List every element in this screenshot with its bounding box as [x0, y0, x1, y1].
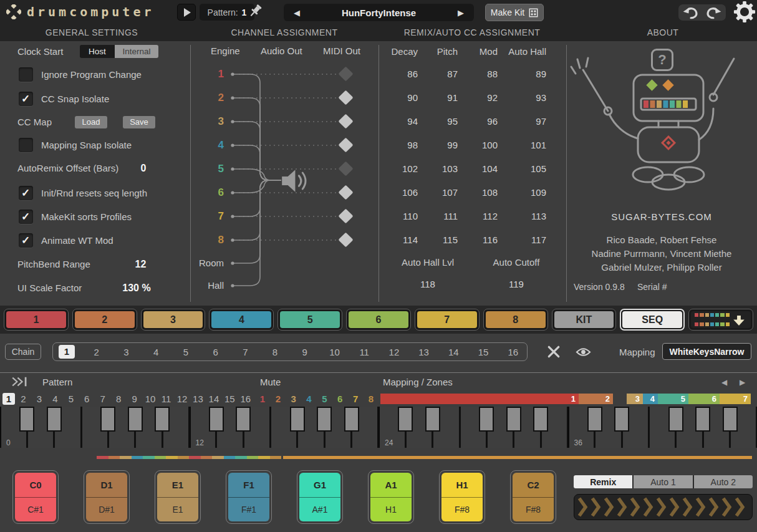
cc-value-r6-c1[interactable]: 106 — [379, 181, 418, 205]
black-key[interactable] — [19, 407, 34, 432]
chain-step-10[interactable]: 10 — [326, 347, 342, 357]
pattern-step-10[interactable]: 10 — [143, 394, 158, 404]
black-key[interactable] — [614, 407, 629, 432]
pattern-step-13[interactable]: 13 — [190, 394, 205, 404]
mute-channel-4[interactable]: 4 — [302, 394, 316, 404]
channel-pad-8[interactable]: 8 — [483, 309, 548, 331]
black-key[interactable] — [290, 407, 305, 432]
note-pad-3[interactable]: E1E1 — [155, 470, 201, 524]
auto-cutoff-value[interactable]: 119 — [473, 279, 560, 289]
pattern-step-12[interactable]: 12 — [175, 394, 190, 404]
website-link[interactable]: SUGAR-BYTES.COM — [566, 211, 757, 222]
chain-step-11[interactable]: 11 — [356, 347, 372, 357]
note-pad-2[interactable]: D1D#1 — [84, 470, 130, 524]
mode-auto-1[interactable]: Auto 1 — [634, 475, 692, 488]
pattern-step-9[interactable]: 9 — [127, 394, 142, 404]
cc-map-load-button[interactable]: Load — [75, 116, 107, 128]
zones-next-button[interactable]: ▶ — [740, 378, 745, 387]
pattern-step-5[interactable]: 5 — [64, 394, 79, 404]
make-kit-button[interactable]: Make Kit — [485, 4, 544, 21]
pattern-step-16[interactable]: 16 — [238, 394, 253, 404]
pattern-step-4[interactable]: 4 — [47, 394, 62, 404]
clock-internal-button[interactable]: Internal — [115, 45, 158, 58]
mapping-zone-4[interactable]: 4 — [643, 394, 658, 404]
pattern-selector[interactable]: Pattern: 1 — [200, 4, 254, 21]
note-pad-8[interactable]: C2F#8 — [510, 470, 556, 524]
chain-step-4[interactable]: 4 — [148, 347, 164, 357]
black-key[interactable] — [236, 407, 251, 432]
mode-auto-2[interactable]: Auto 2 — [694, 475, 753, 488]
cc-value-r5-c1[interactable]: 102 — [379, 157, 418, 181]
cc-value-r8-c3[interactable]: 116 — [458, 228, 498, 252]
cc-value-r8-c2[interactable]: 115 — [418, 228, 458, 252]
note-pad-6[interactable]: A1H1 — [368, 470, 414, 524]
pattern-step-11[interactable]: 11 — [159, 394, 174, 404]
mapping-zone-7[interactable]: 7 — [720, 394, 751, 404]
redo-icon[interactable] — [704, 6, 723, 19]
cc-value-r5-c2[interactable]: 103 — [418, 157, 458, 181]
mute-channel-6[interactable]: 6 — [333, 394, 347, 404]
chain-step-5[interactable]: 5 — [178, 347, 194, 357]
chain-step-15[interactable]: 15 — [475, 347, 491, 357]
black-key[interactable] — [317, 407, 332, 432]
pitchbend-range-value[interactable]: 12 — [123, 256, 158, 273]
cc-value-r5-c3[interactable]: 104 — [458, 157, 498, 181]
mapping-zone-2[interactable]: 2 — [579, 394, 613, 404]
pin-icon[interactable] — [248, 3, 264, 19]
cc-value-r1-c1[interactable]: 86 — [379, 62, 418, 86]
cc-value-r2-c4[interactable]: 93 — [498, 86, 546, 110]
cc-value-r2-c3[interactable]: 92 — [458, 86, 498, 110]
chain-step-12[interactable]: 12 — [386, 347, 402, 357]
cc-value-r4-c4[interactable]: 101 — [498, 133, 546, 157]
mapping-select[interactable]: WhiteKeysNarrow — [662, 343, 751, 360]
chain-step-9[interactable]: 9 — [297, 347, 313, 357]
mute-channel-5[interactable]: 5 — [317, 394, 331, 404]
cc-value-r3-c3[interactable]: 96 — [458, 110, 498, 133]
mapping-zone-6[interactable]: 6 — [688, 394, 720, 404]
eye-icon[interactable] — [575, 346, 592, 358]
mapping-zone-1[interactable]: 1 — [380, 394, 579, 404]
chain-step-3[interactable]: 3 — [118, 347, 134, 357]
cc-value-r7-c1[interactable]: 110 — [379, 205, 418, 228]
auto-hall-lvl-value[interactable]: 118 — [384, 279, 471, 289]
preset-next-button[interactable]: ▶ — [448, 8, 474, 17]
cc-value-r1-c2[interactable]: 87 — [418, 62, 458, 86]
cc-value-r8-c4[interactable]: 117 — [498, 228, 546, 252]
mute-channel-3[interactable]: 3 — [287, 394, 301, 404]
chain-step-7[interactable]: 7 — [237, 347, 253, 357]
chain-step-14[interactable]: 14 — [445, 347, 461, 357]
pattern-step-14[interactable]: 14 — [206, 394, 221, 404]
seq-button[interactable]: SEQ — [620, 309, 685, 331]
mute-channel-8[interactable]: 8 — [364, 394, 378, 404]
channel-pad-3[interactable]: 3 — [141, 309, 206, 331]
cc-value-r7-c3[interactable]: 112 — [458, 205, 498, 228]
note-pad-1[interactable]: C0C#1 — [12, 470, 59, 524]
black-key[interactable] — [668, 407, 683, 432]
chain-step-1[interactable]: 1 — [59, 345, 75, 359]
cc-value-r2-c2[interactable]: 91 — [418, 86, 458, 110]
note-pad-5[interactable]: G1A#1 — [297, 470, 343, 524]
makekit-sorts-checkbox[interactable] — [19, 210, 33, 224]
undo-icon[interactable] — [682, 6, 700, 19]
cc-snap-isolate-checkbox[interactable] — [19, 92, 33, 106]
cc-value-r8-c1[interactable]: 114 — [379, 228, 418, 252]
cc-value-r5-c4[interactable]: 105 — [498, 157, 546, 181]
black-key[interactable] — [398, 407, 413, 432]
mute-channel-2[interactable]: 2 — [271, 394, 285, 404]
cc-value-r2-c1[interactable]: 90 — [379, 86, 418, 110]
mute-channel-1[interactable]: 1 — [256, 394, 269, 404]
black-key[interactable] — [209, 407, 224, 432]
chain-step-6[interactable]: 6 — [208, 347, 224, 357]
cc-value-r6-c3[interactable]: 108 — [458, 181, 498, 205]
pattern-download-button[interactable] — [688, 309, 753, 331]
zones-prev-button[interactable]: ◀ — [721, 378, 727, 387]
pattern-step-1[interactable]: 1 — [2, 393, 15, 405]
pattern-step-7[interactable]: 7 — [95, 394, 110, 404]
channel-pad-6[interactable]: 6 — [346, 309, 411, 331]
cc-value-r3-c1[interactable]: 94 — [379, 110, 418, 133]
black-key[interactable] — [128, 407, 143, 432]
chain-step-13[interactable]: 13 — [416, 347, 432, 357]
autoremix-offset-value[interactable]: 0 — [128, 160, 159, 177]
cc-value-r6-c4[interactable]: 109 — [498, 181, 546, 205]
black-key[interactable] — [100, 407, 115, 432]
